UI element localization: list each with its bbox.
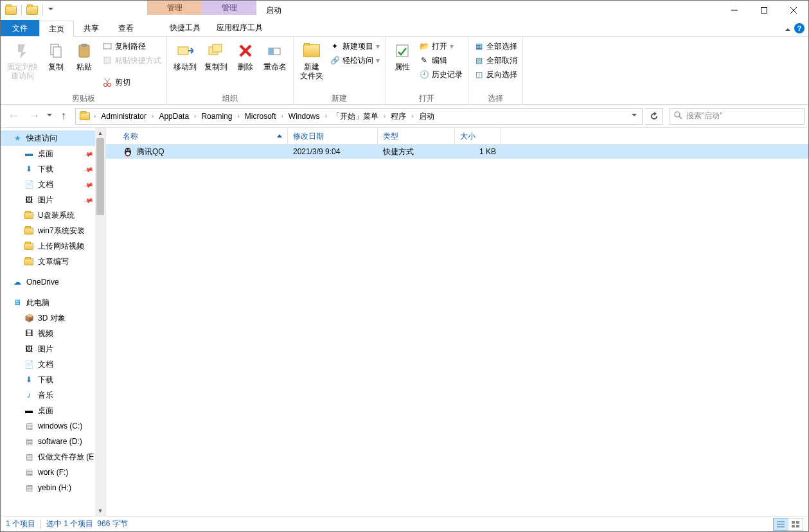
svg-point-11 — [108, 84, 111, 87]
view-thumbnails-button[interactable] — [788, 518, 803, 531]
tab-shortcut-tools[interactable]: 快捷工具 — [157, 20, 212, 36]
invert-selection-button[interactable]: ◫反向选择 — [471, 67, 520, 82]
breadcrumb-chevron-icon[interactable]: › — [382, 112, 387, 120]
address-bar[interactable]: › Administrator› AppData› Roaming› Micro… — [75, 108, 643, 125]
view-details-button[interactable] — [773, 518, 788, 531]
sidebar-item-label: 桌面 — [38, 405, 53, 416]
open-button[interactable]: 📂打开 ▾ — [416, 39, 465, 53]
maximize-button[interactable] — [749, 1, 779, 20]
tab-file[interactable]: 文件 — [1, 20, 39, 36]
breadcrumb-item[interactable]: Roaming — [197, 109, 236, 124]
minimize-button[interactable] — [720, 1, 749, 20]
history-button[interactable]: 🕘历史记录 — [416, 67, 465, 82]
column-type[interactable]: 类型 — [378, 128, 455, 144]
nav-up-button[interactable]: ↑ — [55, 107, 73, 125]
breadcrumb-item[interactable]: AppData — [155, 109, 193, 124]
nav-forward-button[interactable]: → — [25, 107, 43, 125]
sidebar-item[interactable]: ▤work (F:) — [1, 465, 105, 480]
sidebar-item[interactable]: U盘装系统 — [1, 208, 105, 223]
sidebar-item[interactable]: 上传网站视频 — [1, 238, 105, 254]
breadcrumb-chevron-icon[interactable]: › — [324, 112, 328, 120]
qat-folder-icon[interactable] — [26, 4, 39, 17]
paste-button[interactable]: 粘贴 — [70, 39, 98, 91]
sidebar-item[interactable]: 🎞视频 — [1, 326, 105, 341]
address-dropdown-icon[interactable] — [627, 114, 641, 119]
breadcrumb-item[interactable]: 「开始」菜单 — [328, 109, 382, 124]
scrollbar-thumb[interactable] — [96, 138, 104, 215]
sidebar-item[interactable]: win7系统安装 — [1, 223, 105, 238]
sidebar-item[interactable]: 📦3D 对象 — [1, 310, 105, 326]
breadcrumb-chevron-icon[interactable]: › — [410, 112, 414, 120]
breadcrumb-item[interactable]: Administrator — [97, 109, 150, 124]
ribbon-collapse-icon[interactable] — [785, 26, 790, 31]
select-all-button[interactable]: ▦全部选择 — [471, 39, 520, 53]
nav-back-button[interactable]: ← — [4, 107, 22, 125]
copy-path-button[interactable]: 复制路径 — [100, 39, 164, 53]
new-folder-button[interactable]: 新建 文件夹 — [296, 39, 327, 91]
tab-home[interactable]: 主页 — [39, 21, 74, 37]
search-input[interactable]: 搜索"启动" — [670, 108, 805, 125]
cut-button[interactable]: 剪切 — [100, 75, 164, 89]
close-button[interactable] — [779, 1, 808, 20]
tab-share[interactable]: 共享 — [74, 20, 109, 36]
tab-app-tools[interactable]: 应用程序工具 — [212, 20, 267, 36]
column-date[interactable]: 修改日期 — [288, 128, 378, 144]
breadcrumb-chevron-icon[interactable]: › — [93, 112, 97, 120]
sidebar-item[interactable]: ▤仅做文件存放 (E — [1, 449, 105, 465]
properties-button[interactable]: 属性 — [388, 39, 416, 91]
qq-icon — [123, 146, 133, 157]
move-to-button[interactable]: 移动到 — [170, 39, 200, 91]
sidebar-item[interactable]: ▬桌面 — [1, 403, 105, 418]
qat-customize-dropdown[interactable] — [48, 8, 53, 13]
sidebar-quick-access[interactable]: ★ 快速访问 — [1, 130, 105, 146]
sidebar-item[interactable]: 📄文档 — [1, 357, 105, 372]
pin-to-quick-access-button[interactable]: 固定到快 速访问 — [3, 39, 42, 91]
sidebar-item[interactable]: 🖼图片 — [1, 341, 105, 357]
sidebar-item[interactable]: 🖼图片📌 — [1, 192, 105, 208]
ribbon-group-new: 新建 — [296, 93, 382, 104]
breadcrumb-chevron-icon[interactable]: › — [150, 112, 155, 120]
breadcrumb-item[interactable]: 启动 — [415, 109, 438, 124]
sidebar-item[interactable]: ▤yebin (H:) — [1, 480, 105, 495]
sidebar-scrollbar[interactable]: ▲ ▼ — [95, 128, 105, 516]
rename-button[interactable]: 重命名 — [260, 39, 290, 91]
paste-shortcut-button[interactable]: 粘贴快捷方式 — [100, 53, 164, 67]
scroll-down-icon[interactable]: ▼ — [95, 506, 105, 516]
svg-point-22 — [675, 112, 680, 117]
sidebar-item[interactable]: ⬇下载📌 — [1, 161, 105, 177]
folder-icon — [24, 241, 34, 251]
sidebar-item[interactable]: ▤windows (C:) — [1, 418, 105, 434]
sidebar-item[interactable]: ⬇下载 — [1, 372, 105, 387]
breadcrumb-item[interactable]: Windows — [285, 109, 324, 124]
sidebar-item[interactable]: 文章编写 — [1, 254, 105, 269]
breadcrumb-chevron-icon[interactable]: › — [236, 112, 240, 120]
sidebar-item[interactable]: ▤software (D:) — [1, 434, 105, 449]
help-icon[interactable]: ? — [794, 23, 805, 33]
edit-button[interactable]: ✎编辑 — [416, 53, 465, 67]
scroll-up-icon[interactable]: ▲ — [95, 128, 105, 138]
tab-view[interactable]: 查看 — [109, 20, 143, 36]
list-item[interactable]: 腾讯QQ2021/3/9 9:04快捷方式1 KB — [106, 145, 808, 159]
copy-button[interactable]: 复制 — [42, 39, 70, 91]
nav-history-dropdown[interactable] — [47, 114, 52, 119]
breadcrumb-item[interactable]: Microsoft — [241, 109, 280, 124]
column-name[interactable]: 名称 — [118, 128, 288, 144]
breadcrumb-item[interactable]: 程序 — [387, 109, 410, 124]
file-rows[interactable]: 腾讯QQ2021/3/9 9:04快捷方式1 KB — [106, 145, 808, 516]
sidebar-item[interactable]: 📄文档📌 — [1, 177, 105, 192]
breadcrumb-chevron-icon[interactable]: › — [280, 112, 284, 120]
sidebar-item[interactable]: ♪音乐 — [1, 387, 105, 403]
status-item-count: 1 个项目 — [6, 519, 35, 529]
sidebar-this-pc[interactable]: 🖥 此电脑 — [1, 295, 105, 310]
copy-to-button[interactable]: 复制到 — [200, 39, 231, 91]
refresh-button[interactable] — [645, 108, 663, 125]
sidebar-onedrive[interactable]: ☁ OneDrive — [1, 274, 105, 290]
easy-access-button[interactable]: 🔗轻松访问 ▾ — [327, 53, 382, 67]
select-none-button[interactable]: ▧全部取消 — [471, 53, 520, 67]
column-size[interactable]: 大小 — [455, 128, 501, 144]
breadcrumb-chevron-icon[interactable]: › — [193, 112, 197, 120]
sidebar-item[interactable]: ▬桌面📌 — [1, 146, 105, 161]
new-item-button[interactable]: ✦新建项目 ▾ — [327, 39, 382, 53]
delete-button[interactable]: 删除 — [231, 39, 260, 91]
context-tab-manage-1: 管理 — [147, 1, 202, 15]
